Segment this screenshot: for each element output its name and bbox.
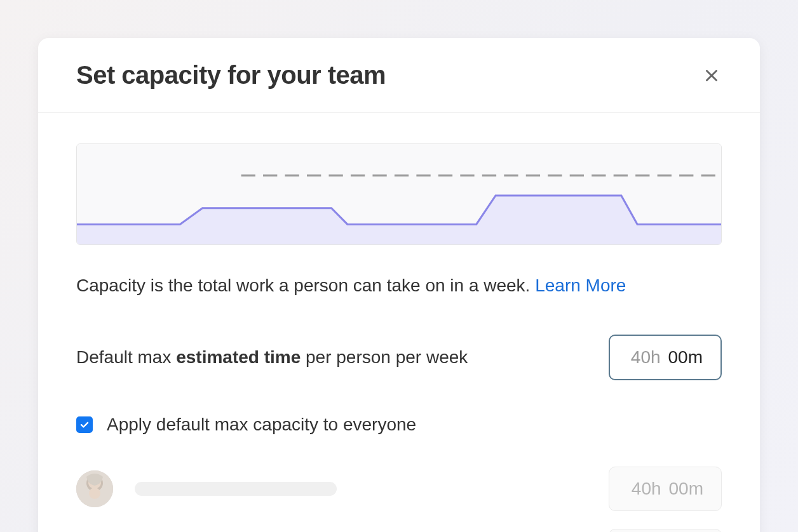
close-icon: [703, 67, 720, 84]
member-capacity-input[interactable]: 40h 00m: [609, 467, 722, 511]
member-row: 40h 00m: [76, 467, 722, 511]
members-list: 40h 00m 40: [76, 467, 722, 532]
default-capacity-label: Default max estimated time per person pe…: [76, 347, 468, 368]
learn-more-link[interactable]: Learn More: [535, 276, 626, 295]
avatar: [76, 470, 113, 507]
apply-default-row: Apply default max capacity to everyone: [76, 415, 722, 435]
member-minutes: 00m: [669, 479, 703, 499]
modal-body: Capacity is the total work a person can …: [38, 113, 760, 532]
close-button[interactable]: [701, 65, 722, 86]
member-row: 40h 00m: [76, 529, 722, 532]
apply-default-checkbox[interactable]: [76, 416, 93, 433]
capacity-chart: [76, 143, 722, 245]
default-capacity-input[interactable]: 40h 00m: [609, 335, 722, 380]
member-hours: 40h: [632, 479, 661, 499]
default-minutes: 00m: [668, 347, 703, 368]
modal-title: Set capacity for your team: [76, 61, 386, 90]
member-capacity-input[interactable]: 40h 00m: [609, 529, 722, 532]
capacity-description: Capacity is the total work a person can …: [76, 273, 722, 298]
capacity-modal: Set capacity for your team Capacity is t…: [38, 38, 760, 532]
apply-default-label: Apply default max capacity to everyone: [107, 415, 416, 435]
member-name-placeholder: [135, 482, 337, 496]
default-hours: 40h: [631, 347, 661, 368]
svg-rect-5: [89, 488, 100, 499]
checkmark-icon: [79, 420, 90, 430]
description-text: Capacity is the total work a person can …: [76, 276, 530, 295]
default-capacity-row: Default max estimated time per person pe…: [76, 335, 722, 380]
modal-header: Set capacity for your team: [38, 38, 760, 113]
